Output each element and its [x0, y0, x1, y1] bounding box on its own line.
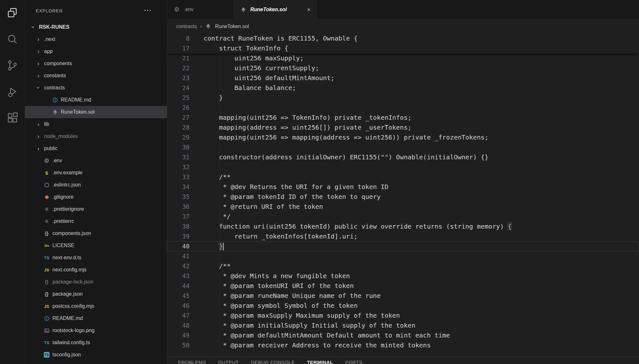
source-control-icon — [6, 59, 19, 72]
file-prettierrc[interactable]: ≡.prettierrc — [25, 215, 167, 227]
code-line[interactable]: 43 * @dev Mints a new fungible token — [167, 271, 639, 281]
file-components-json[interactable]: {}components.json — [25, 227, 167, 239]
line-number: 17 — [167, 43, 190, 53]
file-tree: ›.next›app›components›constants›contract… — [25, 33, 167, 361]
code-line[interactable]: 34 * @dev Returns the URI for a given to… — [167, 182, 639, 192]
code-line[interactable]: 22 uint256 currentSupply; — [167, 63, 639, 73]
file-license[interactable]: LICENSE — [25, 239, 167, 252]
code-line[interactable]: 24 Balance balance; — [167, 83, 639, 93]
code-line[interactable]: 39 return _tokenInfos[tokenId].uri; — [167, 231, 639, 241]
code-line[interactable]: 27 mapping(uint256 => TokenInfo) private… — [167, 113, 639, 123]
file-eslintrc-json[interactable]: .eslintrc.json — [25, 179, 167, 191]
folder-components[interactable]: ›components — [25, 57, 167, 70]
sticky-line[interactable]: 8contract RuneToken is ERC1155, Ownable … — [167, 34, 639, 43]
code-line[interactable]: 31 constructor(address initialOwner) ERC… — [167, 152, 639, 162]
code-line[interactable]: 44 * @param tokenURI URI of the token — [167, 281, 639, 291]
activity-item-explorer[interactable] — [0, 0, 25, 26]
line-text: * @dev Returns the URI for a given token… — [190, 182, 639, 192]
code-line[interactable]: 35 * @param tokenId ID of the token to q… — [167, 192, 639, 202]
folder-contracts[interactable]: ›contracts — [25, 82, 167, 94]
code-line[interactable]: 23 uint256 defaultMintAmount; — [167, 73, 639, 83]
file-next-env-d-ts[interactable]: TSnext-env.d.ts — [25, 252, 167, 264]
file-readme-md[interactable]: README.md — [25, 312, 167, 324]
tree-root-rsk-runes[interactable]: › RSK-RUNES — [25, 21, 167, 33]
file-package-lock-json[interactable]: {}package-lock.json — [25, 276, 167, 288]
panel-tab-output[interactable]: OUTPUT — [218, 360, 239, 364]
code-line[interactable]: 36 * @return URI of the token — [167, 202, 639, 212]
file-tailwind-config-ts[interactable]: TStailwind.config.ts — [25, 337, 167, 349]
folder-next[interactable]: ›.next — [25, 33, 167, 45]
breadcrumb-folder[interactable]: contracts — [176, 24, 197, 29]
code-line[interactable]: 45 * @param runeName Unique name of the … — [167, 291, 639, 301]
code-line[interactable]: 28 mapping(address => uint256[]) private… — [167, 123, 639, 133]
activity-item-extensions[interactable] — [0, 105, 25, 131]
code-line[interactable]: 49 * @param defaultMintAmount Default am… — [167, 330, 639, 340]
tab-env[interactable]: ⚙ .env — [167, 0, 234, 19]
file-next-config-mjs[interactable]: JSnext.config.mjs — [25, 264, 167, 276]
tree-item-label: app — [44, 49, 53, 54]
code-line[interactable]: 42 /** — [167, 261, 639, 271]
code-line[interactable]: 38 function uri(uint256 tokenId) public … — [167, 222, 639, 231]
line-text: * @param symbol Symbol of the token — [190, 301, 639, 311]
file-package-json[interactable]: {}package.json — [25, 288, 167, 300]
file-readme-md[interactable]: README.md — [25, 94, 167, 106]
code-line[interactable]: 46 * @param symbol Symbol of the token — [167, 301, 639, 311]
chevron-right-icon: › — [35, 36, 42, 43]
tree-item-label: next-env.d.ts — [52, 255, 81, 261]
file-runetoken-sol[interactable]: RuneToken.sol — [25, 106, 167, 118]
panel-tab-ports[interactable]: PORTS — [345, 360, 362, 364]
folder-lib[interactable]: ›lib — [25, 118, 167, 130]
file-postcss-config-mjs[interactable]: JSpostcss.config.mjs — [25, 300, 167, 312]
panel-tab-terminal[interactable]: TERMINAL — [307, 360, 333, 364]
code-line[interactable]: 21 uint256 maxSupply; — [167, 53, 639, 63]
line-text: */ — [190, 212, 639, 222]
line-number: 47 — [167, 311, 190, 321]
line-number: 43 — [167, 271, 190, 281]
tab-runetoken-sol[interactable]: RuneToken.sol × — [234, 0, 317, 19]
activity-item-search[interactable] — [0, 26, 25, 52]
panel-tab-debug-console[interactable]: DEBUG CONSOLE — [251, 360, 295, 364]
sticky-line[interactable]: 17 struct TokenInfo { — [167, 43, 639, 53]
file-env[interactable]: ⚙.env — [25, 155, 167, 167]
more-actions-icon[interactable]: ⋯ — [144, 6, 152, 15]
explorer-icon — [6, 7, 19, 19]
folder-node-modules[interactable]: ›node_modules — [25, 130, 167, 142]
code-line[interactable]: 50 * @param receiver Address to receive … — [167, 340, 639, 350]
code-line[interactable]: 29 mapping(uint256 => mapping(address =>… — [167, 133, 639, 142]
code-line[interactable]: 33 /** — [167, 172, 639, 182]
folder-app[interactable]: ›app — [25, 45, 167, 57]
line-number: 25 — [167, 93, 190, 103]
code-editor[interactable]: 8contract RuneToken is ERC1155, Ownable … — [167, 34, 639, 357]
activity-item-run-debug[interactable] — [0, 79, 25, 105]
code-line[interactable]: 30 — [167, 142, 639, 152]
file-tsconfig-json[interactable]: TStsconfig.json — [25, 349, 167, 361]
code-line[interactable]: 40 } — [167, 241, 639, 251]
code-line[interactable]: 48 * @param initialSupply Initial supply… — [167, 321, 639, 330]
code-line[interactable]: 26 — [167, 103, 639, 113]
code-line[interactable]: 41 — [167, 251, 639, 261]
code-line[interactable]: 32 — [167, 162, 639, 172]
tree-item-label: package-lock.json — [52, 279, 93, 285]
file-prettierignore[interactable]: ≡.prettierignore — [25, 203, 167, 215]
file-env-example[interactable]: $.env.example — [25, 167, 167, 179]
sticky-scroll: 8contract RuneToken is ERC1155, Ownable … — [167, 34, 639, 53]
folder-constants[interactable]: ›constants — [25, 70, 167, 82]
line-text: function uri(uint256 tokenId) public vie… — [190, 222, 639, 231]
panel-tab-problems[interactable]: PROBLEMS — [178, 360, 206, 364]
chevron-right-icon: › — [35, 133, 42, 140]
folder-public[interactable]: ›public — [25, 142, 167, 155]
code-line[interactable]: 37 */ — [167, 212, 639, 222]
breadcrumb-file[interactable]: RuneToken.sol — [215, 24, 249, 29]
chevron-down-icon: › — [30, 23, 37, 31]
file-rootstock-logo-png[interactable]: rootstock-logo.png — [25, 324, 167, 337]
braces-icon: {} — [43, 230, 51, 237]
root-label: RSK-RUNES — [39, 24, 69, 30]
line-text: return _tokenInfos[tokenId].uri; — [190, 231, 639, 241]
code-line[interactable]: 47 * @param maxSupply Maximum supply of … — [167, 311, 639, 321]
close-icon[interactable]: × — [307, 6, 311, 13]
line-number: 39 — [167, 231, 190, 241]
activity-item-source-control[interactable] — [0, 52, 25, 79]
code-line[interactable]: 25 } — [167, 93, 639, 103]
explorer-sidebar: EXPLORER ⋯ › RSK-RUNES ›.next›app›compon… — [25, 0, 167, 364]
file-gitignore[interactable]: .gitignore — [25, 191, 167, 203]
